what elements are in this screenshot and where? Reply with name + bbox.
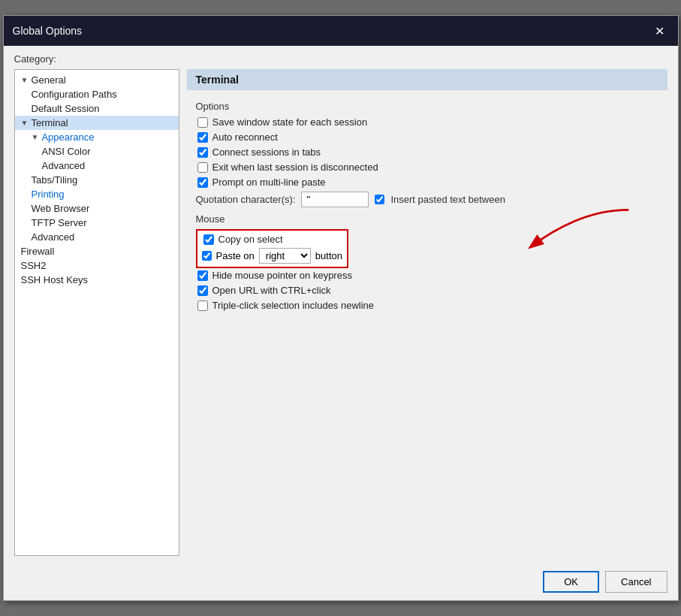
main-panel: Terminal Options Save window state for e… (187, 69, 667, 556)
save-window-label[interactable]: Save window state for each session (212, 116, 368, 128)
hide-pointer-checkbox[interactable] (197, 270, 208, 281)
quotation-row: Quotation character(s): Insert pasted te… (196, 192, 658, 207)
auto-reconnect-label[interactable]: Auto reconnect (212, 131, 278, 143)
tree-item-default-session[interactable]: Default Session (15, 101, 179, 116)
tree-item-config-paths[interactable]: Configuration Paths (15, 87, 179, 101)
title-bar: Global Options ✕ (4, 16, 678, 46)
checkbox-hide-pointer: Hide mouse pointer on keypress (196, 270, 658, 281)
save-window-checkbox[interactable] (197, 117, 208, 128)
checkbox-prompt-paste: Prompt on multi-line paste (196, 177, 658, 188)
arrow-icon: ▼ (21, 76, 29, 84)
dialog-footer: OK Cancel (4, 563, 678, 600)
tree-item-ssh-host-keys[interactable]: SSH Host Keys (15, 273, 179, 287)
quotation-label: Quotation character(s): (196, 194, 296, 205)
paste-on-label[interactable]: Paste on (216, 250, 255, 261)
dialog-title: Global Options (13, 25, 83, 37)
hide-pointer-label[interactable]: Hide mouse pointer on keypress (212, 270, 352, 281)
insert-pasted-label[interactable]: Insert pasted text between (390, 194, 505, 205)
category-label: Category: (14, 53, 667, 65)
tree-item-firewall[interactable]: Firewall (15, 244, 179, 258)
mouse-container: Mouse Copy on select Paste on right (187, 213, 667, 311)
global-options-dialog: Global Options ✕ Category: ▼ General Con… (3, 15, 679, 601)
ok-button[interactable]: OK (543, 571, 599, 593)
mouse-section-wrapper: Mouse Copy on select Paste on right (187, 213, 667, 315)
tree-item-web-browser[interactable]: Web Browser (15, 201, 179, 216)
arrow-icon: ▼ (21, 119, 29, 127)
close-button[interactable]: ✕ (651, 22, 669, 40)
tree-item-advanced[interactable]: Advanced (15, 230, 179, 244)
checkbox-auto-reconnect: Auto reconnect (196, 131, 658, 143)
insert-pasted-checkbox[interactable] (375, 195, 384, 204)
auto-reconnect-checkbox[interactable] (197, 132, 208, 143)
exit-last-label[interactable]: Exit when last session is disconnected (212, 162, 378, 173)
paste-on-checkbox[interactable] (202, 251, 212, 261)
tree-item-appearance[interactable]: ▼ Appearance (15, 130, 179, 144)
tree-item-tftp-server[interactable]: TFTP Server (15, 216, 179, 230)
checkbox-copy-select: Copy on select (202, 234, 342, 245)
dialog-content: ▼ General Configuration Paths Default Se… (14, 69, 667, 556)
triple-click-label[interactable]: Triple-click selection includes newline (212, 300, 375, 311)
tree-item-terminal[interactable]: ▼ Terminal (15, 116, 179, 130)
button-suffix: button (315, 250, 342, 261)
checkbox-exit-last: Exit when last session is disconnected (196, 162, 658, 173)
checkbox-open-url: Open URL with CTRL+click (196, 285, 658, 296)
checkbox-connect-sessions: Connect sessions in tabs (196, 146, 658, 158)
connect-sessions-checkbox[interactable] (197, 147, 208, 158)
tree-item-general[interactable]: ▼ General (15, 73, 179, 87)
highlight-box: Copy on select Paste on right left middl… (196, 229, 348, 268)
paste-on-select[interactable]: right left middle (259, 248, 311, 264)
cancel-button[interactable]: Cancel (605, 571, 667, 593)
open-url-checkbox[interactable] (197, 285, 208, 296)
dialog-body: Category: ▼ General Configuration Paths … (4, 46, 678, 563)
triple-click-checkbox[interactable] (197, 300, 208, 311)
options-label: Options (196, 101, 658, 112)
open-url-label[interactable]: Open URL with CTRL+click (212, 285, 331, 296)
tree-item-ansi-color[interactable]: ANSI Color (15, 144, 179, 159)
tree-item-tabs-tiling[interactable]: Tabs/Tiling (15, 173, 179, 187)
tree-item-ssh2[interactable]: SSH2 (15, 258, 179, 273)
exit-last-checkbox[interactable] (197, 162, 208, 173)
options-group: Options Save window state for each sessi… (187, 98, 667, 213)
checkbox-triple-click: Triple-click selection includes newline (196, 300, 658, 311)
mouse-label: Mouse (196, 213, 658, 225)
quotation-input[interactable] (301, 192, 369, 207)
copy-on-select-label[interactable]: Copy on select (218, 234, 283, 245)
tree-item-printing[interactable]: Printing (15, 187, 179, 201)
tree-item-advanced-term[interactable]: Advanced (15, 159, 179, 173)
tree-panel: ▼ General Configuration Paths Default Se… (14, 69, 179, 556)
section-header: Terminal (187, 69, 667, 90)
prompt-paste-checkbox[interactable] (197, 177, 208, 188)
connect-sessions-label[interactable]: Connect sessions in tabs (212, 146, 321, 158)
prompt-paste-label[interactable]: Prompt on multi-line paste (212, 177, 326, 188)
arrow-icon: ▼ (32, 133, 39, 141)
copy-on-select-checkbox[interactable] (203, 234, 214, 245)
paste-on-row: Paste on right left middle button (202, 248, 342, 264)
checkbox-save-window: Save window state for each session (196, 116, 658, 128)
